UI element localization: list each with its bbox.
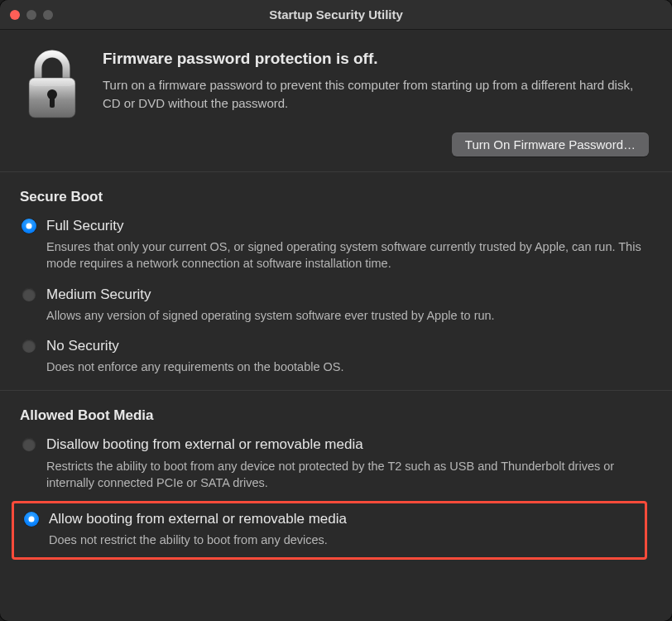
secure-boot-section: Secure Boot Full Security Ensures that o… bbox=[0, 172, 672, 391]
firmware-button-row: Turn On Firmware Password… bbox=[20, 132, 652, 156]
radio-description: Restricts the ability to boot from any d… bbox=[46, 458, 652, 492]
highlight-annotation: Allow booting from external or removable… bbox=[12, 501, 647, 559]
radio-label: Medium Security bbox=[46, 286, 652, 304]
radio-description: Does not restrict the ability to boot fr… bbox=[49, 532, 636, 548]
firmware-password-section: Firmware password protection is off. Tur… bbox=[0, 30, 672, 172]
content-area: Firmware password protection is off. Tur… bbox=[0, 30, 672, 575]
radio-allow-external-boot[interactable]: Allow booting from external or removable… bbox=[22, 510, 636, 548]
firmware-info-row: Firmware password protection is off. Tur… bbox=[20, 46, 652, 121]
boot-media-title: Allowed Boot Media bbox=[20, 407, 652, 424]
radio-label: Allow booting from external or removable… bbox=[49, 510, 636, 528]
turn-on-firmware-password-button[interactable]: Turn On Firmware Password… bbox=[452, 132, 649, 156]
lock-icon bbox=[20, 46, 84, 121]
radio-medium-security[interactable]: Medium Security Allows any version of si… bbox=[20, 286, 652, 324]
firmware-description: Turn on a firmware password to prevent t… bbox=[103, 76, 652, 113]
firmware-text-block: Firmware password protection is off. Tur… bbox=[103, 46, 652, 113]
minimize-window-button[interactable] bbox=[26, 10, 36, 20]
app-window: Startup Security Utility bbox=[0, 0, 672, 621]
radio-button-icon bbox=[22, 437, 36, 452]
window-controls bbox=[10, 10, 53, 20]
radio-button-icon bbox=[22, 219, 36, 233]
radio-no-security[interactable]: No Security Does not enforce any require… bbox=[20, 337, 652, 375]
titlebar: Startup Security Utility bbox=[0, 0, 672, 30]
window-title: Startup Security Utility bbox=[0, 7, 672, 22]
radio-description: Ensures that only your current OS, or si… bbox=[46, 238, 652, 272]
maximize-window-button[interactable] bbox=[43, 10, 53, 20]
radio-button-icon bbox=[22, 339, 36, 354]
svg-rect-1 bbox=[29, 78, 75, 86]
close-window-button[interactable] bbox=[10, 10, 20, 20]
radio-full-security[interactable]: Full Security Ensures that only your cur… bbox=[20, 217, 652, 272]
radio-description: Does not enforce any requirements on the… bbox=[46, 359, 652, 375]
radio-label: Full Security bbox=[46, 217, 652, 235]
radio-label: No Security bbox=[46, 337, 652, 355]
boot-media-section: Allowed Boot Media Disallow booting from… bbox=[0, 391, 672, 574]
radio-description: Allows any version of signed operating s… bbox=[46, 307, 652, 324]
radio-button-icon bbox=[22, 287, 36, 302]
svg-rect-3 bbox=[50, 96, 55, 108]
secure-boot-title: Secure Boot bbox=[20, 189, 652, 205]
radio-disallow-external-boot[interactable]: Disallow booting from external or remova… bbox=[20, 436, 652, 491]
boot-media-radio-group: Disallow booting from external or remova… bbox=[20, 436, 652, 559]
secure-boot-radio-group: Full Security Ensures that only your cur… bbox=[20, 217, 652, 375]
firmware-heading: Firmware password protection is off. bbox=[103, 50, 652, 68]
radio-label: Disallow booting from external or remova… bbox=[46, 436, 652, 454]
radio-button-icon bbox=[24, 512, 39, 527]
